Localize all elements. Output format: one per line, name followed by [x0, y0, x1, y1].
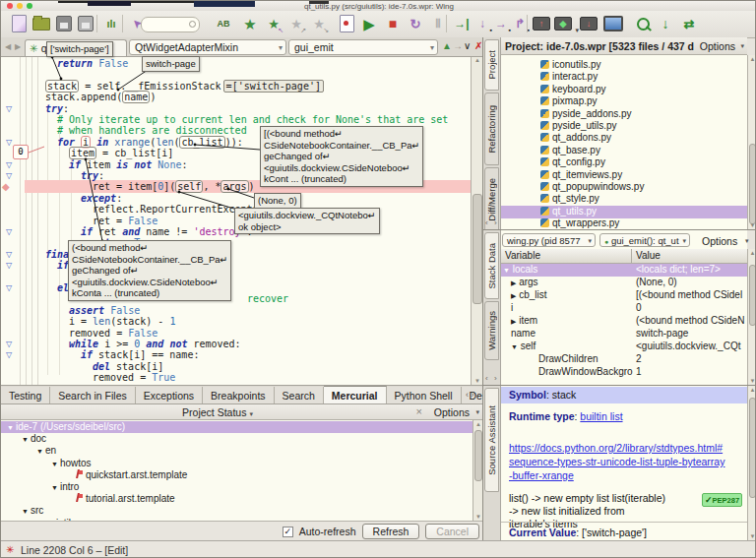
debug-monitor-button[interactable]: [603, 13, 623, 34]
column-variable[interactable]: Variable: [505, 250, 540, 261]
project-file-row[interactable]: qt_itemviews.py: [501, 169, 747, 182]
toolbar-search-input[interactable]: [146, 23, 193, 34]
toolbar-search-field[interactable]: [141, 13, 204, 34]
docs-link[interactable]: https://docs.python.org/2/library/stdtyp…: [509, 441, 727, 482]
project-file-row[interactable]: qt_style.py: [501, 193, 747, 206]
refresh-button[interactable]: Refresh: [362, 524, 420, 539]
bookmark-add-button[interactable]: ★↖: [264, 13, 284, 34]
stack-variable-row[interactable]: ▼ self<guiutils.dockview._CQt: [501, 341, 747, 353]
save-copy-button[interactable]: [76, 13, 95, 34]
expander-icon[interactable]: ▼: [503, 267, 510, 274]
goto-arrow-icon[interactable]: →: [453, 41, 463, 51]
expander-icon[interactable]: ▼: [36, 448, 43, 455]
debug-restart-button[interactable]: ↻: [406, 13, 425, 34]
auto-refresh-checkbox[interactable]: ✓: [283, 527, 293, 537]
bookmark-next-button[interactable]: ★↘: [309, 13, 329, 34]
save-button[interactable]: [54, 13, 74, 34]
stack-variable-row[interactable]: ▶ args(None, 0): [501, 277, 747, 289]
fold-marker-icon[interactable]: ▽: [6, 250, 12, 259]
project-scrollbar[interactable]: ▲ ▼: [747, 55, 756, 229]
expander-icon[interactable]: ▼: [22, 508, 29, 515]
nav-back-icon[interactable]: ◀: [5, 42, 11, 51]
mercurial-options-button[interactable]: Options: [434, 406, 470, 418]
fold-marker-icon[interactable]: ▽: [6, 160, 12, 169]
fold-marker-icon[interactable]: ▽: [6, 104, 12, 113]
goto-definition-button[interactable]: ↓: [656, 13, 675, 34]
assistant-scrollbar[interactable]: ▲ ▼: [747, 386, 756, 540]
stack-scrollbar[interactable]: ▲ ▼: [747, 249, 756, 385]
tree-row[interactable]: ▼doc: [1, 433, 472, 445]
side-tab-source-assistant[interactable]: Source Assistant: [484, 388, 499, 492]
stack-variable-row[interactable]: ▼ locals<locals dict; len=7>: [501, 264, 747, 277]
project-file-row[interactable]: qt_utils.py: [501, 206, 747, 218]
column-value[interactable]: Value: [636, 250, 661, 261]
class-dropdown[interactable]: QtWidgetAdapterMixin▾: [129, 39, 286, 55]
frame-up-button[interactable]: ↑: [532, 13, 551, 34]
symbol-index-button[interactable]: ılı: [101, 13, 121, 34]
side-tab-stack-data[interactable]: Stack Data: [484, 232, 499, 299]
debug-process-dropdown[interactable]: wing.py (pid 8577▾: [502, 233, 596, 247]
stack-variable-row[interactable]: DrawChildren2: [501, 353, 747, 366]
fold-marker-icon[interactable]: ▽: [6, 340, 12, 348]
project-file-row[interactable]: qt_popupwindows.py: [501, 181, 747, 194]
step-over-button[interactable]: ↓▪: [472, 13, 492, 34]
tree-row[interactable]: ▼intro: [1, 481, 472, 493]
project-file-row[interactable]: iconutils.py: [501, 59, 747, 72]
side-tab-warnings[interactable]: Warnings: [484, 301, 499, 360]
side-tab-pager[interactable]: ‹ ›: [485, 218, 499, 227]
warning-triangle-icon[interactable]: ▲: [442, 41, 452, 51]
project-file-row[interactable]: qt_config.py: [501, 156, 747, 169]
project-file-row[interactable]: qt_addons.py: [501, 132, 747, 145]
chevron-down-icon[interactable]: ∨: [464, 41, 471, 51]
stack-frame-dropdown[interactable]: ● gui_emit(): qt_ut▾: [599, 233, 690, 247]
side-tab-refactoring[interactable]: Refactoring: [484, 93, 499, 165]
expander-icon[interactable]: ▼: [511, 343, 518, 350]
breakpoint-file-button[interactable]: [337, 13, 356, 34]
project-file-row[interactable]: qt_base.py: [501, 145, 747, 157]
tree-row[interactable]: quickstart.arst.template: [1, 469, 472, 481]
bottom-tab-search[interactable]: Search: [275, 387, 324, 404]
expander-icon[interactable]: ▼: [22, 436, 29, 443]
project-status-dropdown[interactable]: Project Status ▾: [1, 406, 434, 418]
expander-icon[interactable]: ▼: [51, 484, 58, 491]
fold-marker-icon[interactable]: ▽: [6, 283, 12, 292]
nav-forward-icon[interactable]: ▶: [15, 42, 21, 51]
tree-row[interactable]: tutorial.arst.template: [1, 493, 472, 505]
stack-column-headers[interactable]: Variable Value: [501, 249, 747, 264]
runtime-type-link[interactable]: builtin list: [580, 410, 622, 422]
side-tab-project[interactable]: Project: [484, 39, 499, 91]
fold-marker-icon[interactable]: ▽: [6, 171, 12, 180]
tab-pager[interactable]: ‹ ›: [466, 390, 474, 400]
stack-variable-row[interactable]: i0: [501, 302, 747, 315]
project-file-row[interactable]: interact.py: [501, 71, 747, 84]
project-file-row[interactable]: pyside_utils.py: [501, 120, 747, 133]
tree-row[interactable]: ▼howtos: [1, 458, 472, 469]
stack-variable-row[interactable]: ▶ item(<bound method CSideN: [501, 315, 747, 328]
cancel-button[interactable]: Cancel: [425, 524, 479, 539]
close-panel-icon[interactable]: ×: [416, 405, 422, 417]
fold-marker-icon[interactable]: ▽: [6, 261, 12, 270]
side-tab-pager[interactable]: ‹ ›: [485, 374, 499, 383]
bookmark-button[interactable]: ★: [240, 13, 260, 34]
step-into-button[interactable]: →|: [452, 13, 472, 34]
fold-marker-icon[interactable]: ▽: [6, 350, 12, 359]
bottom-tab-python-shell[interactable]: Python Shell: [387, 387, 462, 404]
new-file-button[interactable]: [9, 13, 29, 34]
project-file-row[interactable]: pyside_addons.py: [501, 108, 747, 121]
project-file-row[interactable]: pixmap.py: [501, 95, 747, 108]
expander-icon[interactable]: ▼: [7, 424, 14, 431]
bottom-tab-breakpoints[interactable]: Breakpoints: [203, 387, 274, 404]
project-options-button[interactable]: Options: [700, 40, 735, 52]
fold-marker-icon[interactable]: ▽: [6, 227, 12, 236]
bookmark-prev-button[interactable]: ★↗: [286, 13, 306, 34]
expander-icon[interactable]: ▼: [51, 461, 58, 467]
stack-options-button[interactable]: Options: [702, 235, 737, 247]
debug-stop-button[interactable]: ■: [383, 13, 403, 34]
frame-current-button[interactable]: ◆▾: [553, 13, 573, 34]
stack-variable-row[interactable]: DrawWindowBackgro1: [501, 366, 747, 379]
debug-pause-button[interactable]: Ⅱ: [428, 13, 448, 34]
bottom-tab-search-in-files[interactable]: Search in Files: [50, 387, 135, 404]
search-in-files-button[interactable]: [633, 13, 653, 34]
replace-button[interactable]: AB: [214, 13, 233, 34]
frame-down-button[interactable]: ↓: [579, 13, 598, 34]
